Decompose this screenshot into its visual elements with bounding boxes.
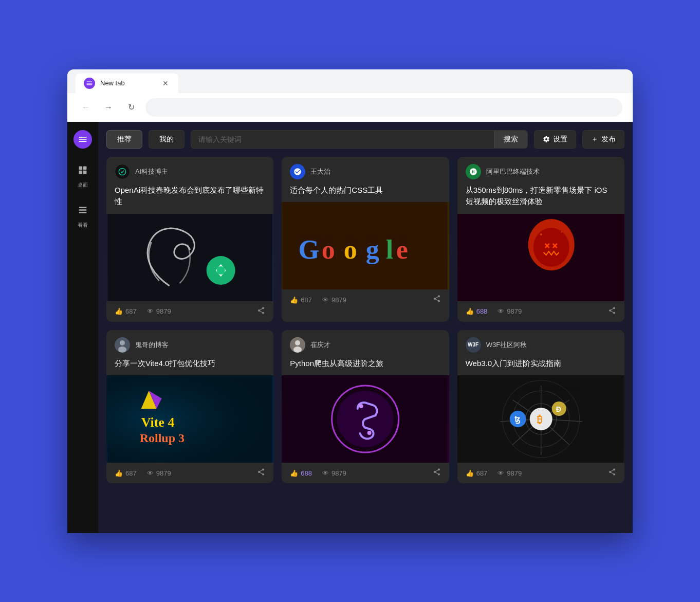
content-area: 桌面 看看 推荐 我的 搜索 [67,122,633,533]
sidebar-item-desktop[interactable]: 桌面 [73,161,92,189]
browser-tab[interactable]: New tab ✕ [76,74,178,93]
publish-label: 发布 [601,135,616,144]
card-author-3: 阿里巴巴终端技术 [486,167,540,176]
address-bar[interactable] [145,98,622,117]
thumbs-up-icon-1: 👍 [115,307,123,315]
tab-title: New tab [100,79,156,87]
gear-icon [543,136,550,143]
svg-rect-5 [79,209,87,211]
card-title-5: Python爬虫从高级进阶之旅 [282,358,449,376]
thumbs-up-icon-3: 👍 [466,307,474,315]
sidebar-logo[interactable] [73,130,92,149]
svg-rect-2 [79,170,83,174]
eye-icon-2: 👁 [322,296,329,304]
eye-icon-1: 👁 [147,307,154,315]
svg-rect-1 [83,166,87,170]
card-share-3[interactable] [608,306,616,317]
svg-text:o: o [344,235,357,264]
publish-button[interactable]: ＋ 发布 [582,130,624,149]
svg-rect-6 [79,212,87,213]
card-1[interactable]: Ai科技博主 OpenAi科技春晚发布会到底发布了哪些新特性 [106,157,273,322]
grid-icon [73,161,92,179]
forward-button[interactable]: → [100,99,117,116]
card-share-6[interactable] [608,468,616,478]
sidebar-item-watch[interactable]: 看看 [73,201,92,229]
thumbs-up-icon-5: 👍 [290,469,298,477]
card-views-4: 👁 9879 [147,469,171,477]
card-likes-5: 👍 688 [290,469,312,477]
svg-point-21 [533,228,569,267]
card-footer-6: 👍 687 👁 9879 [457,463,624,483]
svg-rect-3 [83,170,87,174]
card-share-4[interactable] [257,468,265,478]
card-image-1 [106,214,273,301]
refresh-button[interactable]: ↻ [123,99,139,116]
card-views-2: 👁 9879 [322,296,346,304]
svg-text:e: e [396,235,408,264]
svg-point-45 [367,431,372,435]
card-share-1[interactable] [257,306,265,317]
card-title-1: OpenAi科技春晚发布会到底发布了哪些新特性 [106,185,273,214]
svg-text:₿: ₿ [537,414,542,425]
card-3[interactable]: 阿里巴巴终端技术 从350ms到80ms，打造新零售场景下 iOS 短视频的极致… [457,157,624,322]
card-5[interactable]: 崔庆才 Python爬虫从高级进阶之旅 [282,330,449,484]
card-6[interactable]: W3F W3F社区阿秋 Web3.0入门到进阶实战指南 [457,330,624,484]
card-header-4: 鬼哥的博客 [106,330,273,358]
search-input[interactable] [191,131,494,148]
sidebar: 桌面 看看 [67,122,98,533]
svg-point-31 [118,346,126,353]
svg-rect-33 [108,375,272,463]
card-views-5: 👁 9879 [322,469,346,477]
card-avatar-5 [290,337,305,353]
card-header-2: 王大治 [282,157,449,185]
search-bar: 搜索 [191,130,528,149]
card-footer-3: 👍 688 👁 9879 [457,301,624,322]
tab-close-button[interactable]: ✕ [161,79,170,88]
card-avatar-4 [115,337,130,353]
card-share-2[interactable] [433,295,441,305]
svg-point-10 [217,266,225,275]
browser-window: New tab ✕ ← → ↻ [67,69,633,533]
card-share-5[interactable] [433,468,441,478]
card-footer-2: 👍 687 👁 9879 [282,289,449,310]
card-author-6: W3F社区阿秋 [486,340,527,350]
eye-icon-6: 👁 [498,469,504,477]
svg-text:ꜩ: ꜩ [514,415,520,424]
card-title-3: 从350ms到80ms，打造新零售场景下 iOS 短视频的极致丝滑体验 [457,185,624,214]
settings-label: 设置 [553,135,567,144]
card-author-2: 王大治 [310,167,330,176]
eye-icon-5: 👁 [322,469,329,477]
address-input[interactable] [154,103,614,112]
list-icon [73,201,92,220]
svg-rect-0 [79,166,83,170]
card-avatar-2 [290,164,305,179]
settings-button[interactable]: 设置 [534,130,576,149]
card-image-5 [282,375,449,463]
card-2[interactable]: 王大治 适合每个人的热门CSS工具 G o o g l e [282,157,449,322]
card-author-4: 鬼哥的博客 [135,340,169,350]
card-header-3: 阿里巴巴终端技术 [457,157,624,185]
search-button[interactable]: 搜索 [494,131,527,148]
main-feed: 推荐 我的 搜索 设置 ＋ 发布 [98,122,633,533]
thumbs-up-icon-6: 👍 [466,469,474,477]
tab-recommend-button[interactable]: 推荐 [106,130,142,149]
card-image-6: ₿ ꜩ Ð [457,375,624,463]
card-likes-2: 👍 687 [290,296,312,304]
tab-mine-button[interactable]: 我的 [149,130,185,149]
card-title-4: 分享一次Vite4.0打包优化技巧 [106,358,273,376]
svg-text:Rollup 3: Rollup 3 [140,431,185,445]
card-footer-5: 👍 688 👁 9879 [282,463,449,483]
card-title-2: 适合每个人的热门CSS工具 [282,185,449,203]
card-author-1: Ai科技博主 [135,167,168,176]
card-image-4: Vite 4 Rollup 3 [106,375,273,463]
svg-text:Ð: Ð [556,405,561,413]
card-avatar-3 [466,164,481,179]
svg-text:l: l [386,235,393,264]
plus-icon: ＋ [591,135,598,144]
feed-toolbar: 推荐 我的 搜索 设置 ＋ 发布 [106,130,624,149]
card-footer-1: 👍 687 👁 9879 [106,301,273,322]
back-button[interactable]: ← [78,99,94,116]
svg-point-7 [119,168,125,175]
svg-point-30 [120,340,125,345]
card-4[interactable]: 鬼哥的博客 分享一次Vite4.0打包优化技巧 [106,330,273,484]
